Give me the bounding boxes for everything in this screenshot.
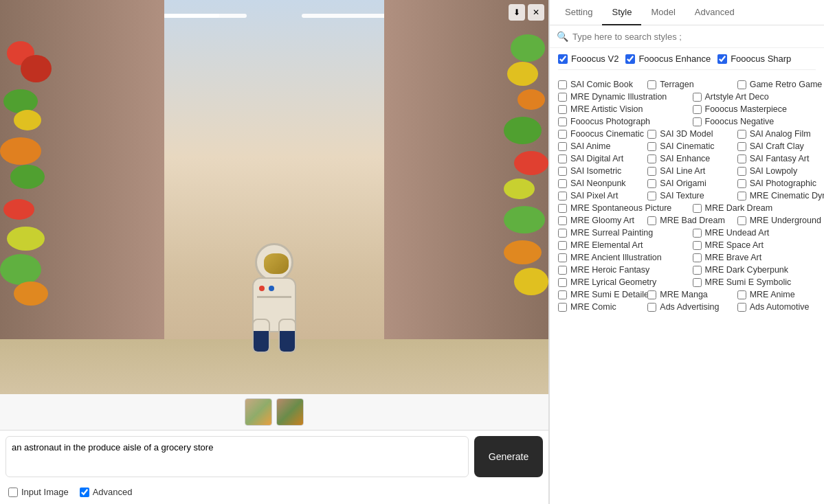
advanced-option[interactable]: Advanced [80,487,133,497]
style-item-mre-dynamic-illustration: MRE Dynamic Illustration [558,92,682,102]
checkbox-sai-neonpunk[interactable] [558,179,567,188]
checkbox-sai-pixel-art[interactable] [558,192,567,201]
label-mre-bad-dream: MRE Bad Dream [660,216,724,225]
astronaut-visor [264,253,289,274]
close-button[interactable]: ✕ [528,4,544,21]
tab-model[interactable]: Model [641,0,684,25]
checkbox-mre-dynamic-illustration[interactable] [558,93,567,102]
produce-6 [10,165,45,189]
label-mre-sumi-e-symbolic: MRE Sumi E Symbolic [705,277,792,287]
checkbox-mre-elemental-art[interactable] [558,241,567,250]
checkbox-mre-undead-art[interactable] [693,229,702,238]
label-mre-elemental-art: MRE Elemental Art [570,240,643,250]
advanced-checkbox[interactable] [80,488,89,497]
tab-setting[interactable]: Setting [555,0,602,25]
checkbox-sai-craft-clay[interactable] [737,142,746,151]
checkbox-sai-texture[interactable] [647,192,656,201]
checkbox-fooocus-enhance[interactable] [625,54,635,64]
produce-2 [21,55,52,82]
checkbox-sai-cinematic[interactable] [647,142,656,151]
style-item-mre-spontaneous-picture: MRE Spontaneous Picture [558,203,682,213]
label-sai-line-art: SAI Line Art [660,166,705,176]
tab-style[interactable]: Style [602,0,641,25]
produce-r2 [507,62,538,86]
checkbox-fooocus-cinematic[interactable] [558,130,567,139]
checkbox-sai-line-art[interactable] [647,167,656,176]
label-sai-photographic: SAI Photographic [750,179,816,188]
thumbnail-1[interactable] [245,398,272,426]
label-fooocus-v2: Fooocus V2 [571,54,619,64]
label-sai-fantasy-art: SAI Fantasy Art [750,154,810,163]
checkbox-mre-heroic-fantasy[interactable] [558,266,567,275]
checkbox-game-retro-game[interactable] [737,80,746,89]
style-row-18: MRE ComicAds AdvertisingAds Automotive [558,301,816,313]
checkbox-mre-underground[interactable] [737,216,746,225]
checkbox-artstyle-art-deco[interactable] [693,93,702,102]
style-item-sai-craft-clay: SAI Craft Clay [737,141,816,151]
checkbox-mre-sumi-e-detailed[interactable] [558,290,567,299]
input-image-option[interactable]: Input Image [8,487,69,497]
advanced-label: Advanced [93,487,133,497]
checkbox-ads-advertising[interactable] [647,303,656,312]
checkbox-mre-space-art[interactable] [693,241,702,250]
label-mre-comic: MRE Comic [570,302,616,312]
checkbox-mre-manga[interactable] [647,290,656,299]
label-sai-3d-model: SAI 3D Model [660,129,713,139]
thumbnail-2[interactable] [276,398,304,426]
boot-left [254,331,269,352]
astronaut-leg-left [252,319,270,353]
generate-button[interactable]: Generate [474,436,543,477]
tab-advanced[interactable]: Advanced [685,0,744,25]
checkbox-mre-artistic-vision[interactable] [558,105,567,114]
checkbox-mre-dark-cyberpunk[interactable] [693,266,702,275]
input-image-checkbox[interactable] [8,488,18,497]
label-game-retro-game: Game Retro Game [750,80,823,89]
checkbox-fooocus-v2[interactable] [558,54,568,64]
checkbox-mre-surreal-painting[interactable] [558,229,567,238]
checkbox-sai-fantasy-art[interactable] [737,154,746,163]
label-mre-sumi-e-detailed: MRE Sumi E Detailed [570,290,654,299]
style-row-6: SAI Digital ArtSAI EnhanceSAI Fantasy Ar… [558,152,816,165]
checkbox-mre-sumi-e-symbolic[interactable] [693,278,702,287]
checkbox-mre-cinematic-dynamic[interactable] [737,192,746,201]
checkbox-mre-bad-dream[interactable] [647,216,656,225]
checkbox-sai-anime[interactable] [558,142,567,151]
label-fooocus-enhance: Fooocus Enhance [638,54,711,64]
checkbox-fooocus-photograph[interactable] [558,117,567,126]
checkbox-sai-comic-book[interactable] [558,80,567,89]
checkbox-sai-origami[interactable] [647,179,656,188]
checkbox-mre-gloomy-art[interactable] [558,216,567,225]
checkbox-mre-comic[interactable] [558,303,567,312]
checkbox-fooocus-negative[interactable] [693,117,702,126]
download-button[interactable]: ⬇ [509,4,525,21]
produce-9 [0,254,41,285]
checkbox-fooocus-masterpiece[interactable] [693,105,702,114]
checkbox-mre-ancient-illustration[interactable] [558,253,567,262]
checkbox-fooocus-sharp[interactable] [717,54,727,64]
checkbox-sai-3d-model[interactable] [647,130,656,139]
checkbox-mre-lyrical-geometry[interactable] [558,278,567,287]
checkbox-sai-analog-film[interactable] [737,130,746,139]
search-input[interactable] [572,32,817,42]
checkbox-ads-automotive[interactable] [737,303,746,312]
produce-5 [0,137,41,165]
checkbox-sai-enhance[interactable] [647,154,656,163]
checkbox-mre-spontaneous-picture[interactable] [558,204,567,213]
checkbox-mre-brave-art[interactable] [693,253,702,262]
checkbox-sai-lowpoly[interactable] [737,167,746,176]
prompt-textarea[interactable]: an astronaut in the produce aisle of a g… [5,436,469,477]
label-fooocus-masterpiece: Fooocus Masterpiece [705,104,788,114]
style-row-8: SAI NeonpunkSAI OrigamiSAI Photographic [558,177,816,190]
checkbox-sai-digital-art[interactable] [558,154,567,163]
style-row-5: SAI AnimeSAI CinematicSAI Craft Clay [558,140,816,152]
style-item-mre-artistic-vision: MRE Artistic Vision [558,104,682,114]
style-item-sai-digital-art: SAI Digital Art [558,154,636,163]
style-row-16: MRE Lyrical GeometryMRE Sumi E Symbolic [558,276,816,288]
label-sai-origami: SAI Origami [660,179,706,188]
label-mre-gloomy-art: MRE Gloomy Art [570,216,634,225]
checkbox-mre-anime[interactable] [737,290,746,299]
checkbox-terragen[interactable] [647,80,656,89]
checkbox-sai-isometric[interactable] [558,167,567,176]
checkbox-sai-photographic[interactable] [737,179,746,188]
checkbox-mre-dark-dream[interactable] [693,204,702,213]
